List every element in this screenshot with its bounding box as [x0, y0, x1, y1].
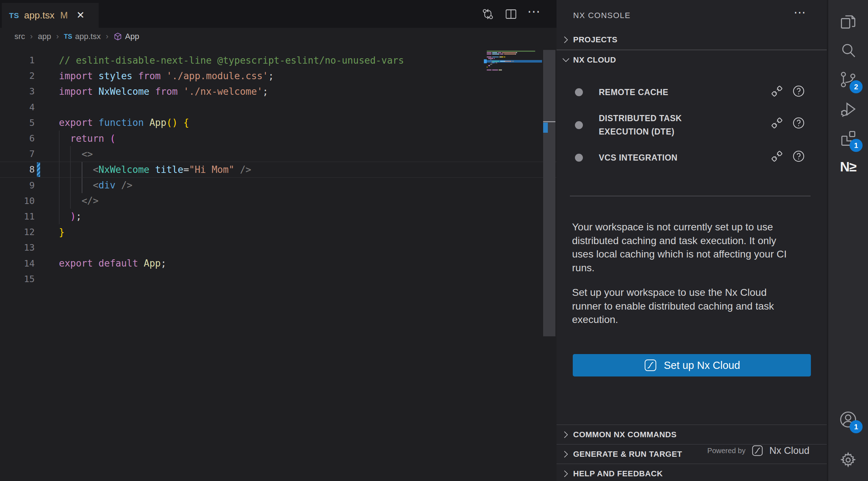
code-line-15[interactable]: 15: [0, 271, 557, 287]
help-question-icon[interactable]: [792, 150, 805, 163]
code-line-3[interactable]: 3import NxWelcome from './nx-welcome';: [0, 84, 557, 99]
minimap-line: [487, 56, 505, 58]
activity-bar: 21N≥1: [828, 0, 868, 481]
code-text: <NxWelcome title="Hi Mom" />: [59, 164, 251, 175]
code-text: export default App;: [59, 258, 166, 269]
feature-remote-cache: REMOTE CACHE: [599, 86, 669, 99]
minimap-modified-tick: [484, 59, 487, 63]
activity-source-control-icon[interactable]: 2: [837, 68, 860, 91]
connect-plug-icon[interactable]: [770, 85, 783, 98]
minimap-line: [487, 67, 487, 68]
editor-group: TS app.tsx M ✕ ⋯ src › app › TS app.tsx: [0, 0, 557, 481]
breadcrumb: src › app › TS app.tsx › App: [0, 28, 557, 45]
code-text: export function App() {: [59, 117, 189, 128]
overview-ruler-modified-mark: [543, 123, 548, 133]
accordion-common-nx-commands[interactable]: COMMON NX COMMANDS: [557, 425, 827, 444]
breadcrumb-separator: ›: [106, 32, 108, 41]
code-text: <>: [59, 149, 93, 159]
minimap[interactable]: [487, 50, 542, 289]
breadcrumb-app[interactable]: app: [38, 32, 51, 41]
code-editor[interactable]: 1// eslint-disable-next-line @typescript…: [0, 45, 557, 481]
code-line-9[interactable]: 9 <div />: [0, 178, 557, 193]
minimap-line: [487, 69, 502, 71]
activity-search-icon[interactable]: [837, 39, 860, 62]
line-number: 10: [0, 196, 35, 206]
connect-plug-icon[interactable]: [770, 116, 783, 129]
activity-explorer-icon[interactable]: [837, 9, 860, 33]
code-text: </>: [59, 195, 99, 206]
accordion-label: GENERATE & RUN TARGET: [573, 450, 682, 459]
minimap-line: [487, 65, 490, 66]
code-line-7[interactable]: 7 <>: [0, 146, 557, 162]
badge-count: 1: [850, 420, 863, 433]
code-line-6[interactable]: 6 return (: [0, 131, 557, 146]
panel-more-actions-icon[interactable]: ⋯: [794, 5, 807, 20]
code-line-11[interactable]: 11 );: [0, 209, 557, 224]
editor-more-actions-icon[interactable]: ⋯: [527, 12, 541, 17]
chevron-down-icon: [561, 55, 571, 65]
connect-plug-icon[interactable]: [770, 150, 783, 163]
split-editor-icon[interactable]: [504, 7, 518, 21]
line-number: 9: [0, 180, 35, 191]
nx-cloud-label: NX CLOUD: [573, 55, 616, 65]
code-text: return (: [59, 133, 116, 144]
code-line-8[interactable]: 8 <NxWelcome title="Hi Mom" />: [0, 162, 557, 177]
help-question-icon[interactable]: [792, 116, 805, 129]
breadcrumb-symbol[interactable]: App: [125, 32, 139, 41]
code-text: <div />: [59, 180, 133, 191]
divider: [570, 196, 811, 196]
code-line-13[interactable]: 13: [0, 240, 557, 255]
code-line-1[interactable]: 1// eslint-disable-next-line @typescript…: [0, 52, 557, 68]
projects-section-header[interactable]: PROJECTS: [557, 30, 827, 50]
code-line-10[interactable]: 10 </>: [0, 193, 557, 209]
breadcrumb-file[interactable]: app.tsx: [75, 32, 101, 41]
setup-nx-cloud-button[interactable]: Set up Nx Cloud: [573, 354, 811, 376]
nx-cloud-section-header[interactable]: NX CLOUD: [557, 50, 827, 70]
code-text: import styles from './app.module.css';: [59, 71, 274, 81]
workspace-status-text: Your workspace is not currently set up t…: [572, 220, 797, 274]
typescript-file-icon: TS: [64, 33, 72, 41]
chevron-right-icon: [561, 35, 571, 44]
open-changes-icon[interactable]: [481, 7, 495, 21]
accordion-generate-run-target[interactable]: GENERATE & RUN TARGET: [557, 444, 827, 464]
line-number: 15: [0, 274, 35, 284]
line-number: 6: [0, 133, 35, 144]
badge-count: 1: [850, 139, 863, 152]
activity-settings-icon[interactable]: [837, 448, 860, 472]
code-line-2[interactable]: 2import styles from './app.module.css';: [0, 68, 557, 84]
editor-scrollbar[interactable]: [543, 50, 555, 336]
line-number: 5: [0, 118, 35, 128]
setup-button-label: Set up Nx Cloud: [664, 359, 740, 371]
code-line-5[interactable]: 5export function App() {: [0, 115, 557, 131]
help-question-icon[interactable]: [792, 85, 805, 98]
code-line-4[interactable]: 4: [0, 99, 557, 115]
minimap-line: [487, 51, 535, 52]
minimap-line: [487, 54, 516, 55]
feature-dte: DISTRIBUTED TASK EXECUTION (DTE): [599, 112, 718, 139]
accordion-label: HELP AND FEEDBACK: [573, 469, 663, 478]
accordion-label: COMMON NX COMMANDS: [573, 430, 676, 439]
status-bullet: [575, 88, 583, 96]
minimap-line: [487, 61, 514, 62]
code-text: );: [59, 211, 82, 222]
modified-indicator: M: [60, 10, 68, 21]
accordion-help-and-feedback[interactable]: HELP AND FEEDBACK: [557, 464, 827, 481]
code-text: }: [59, 227, 65, 238]
activity-debug-icon[interactable]: [837, 98, 860, 121]
activity-account-icon[interactable]: 1: [837, 408, 860, 431]
setup-instruction-text: Set up your workspace to use the Nx Clou…: [572, 286, 797, 327]
code-line-14[interactable]: 14export default App;: [0, 255, 557, 271]
close-tab-icon[interactable]: ✕: [77, 10, 85, 20]
activity-nx-icon[interactable]: N≥: [837, 156, 860, 179]
code-line-12[interactable]: 12}: [0, 224, 557, 240]
symbol-class-icon: [113, 32, 122, 41]
chevron-right-icon: [561, 430, 571, 439]
line-number: 1: [0, 55, 35, 65]
activity-extensions-icon[interactable]: 1: [837, 127, 860, 150]
code-text: // eslint-disable-next-line @typescript-…: [59, 55, 404, 66]
tab-app-tsx[interactable]: TS app.tsx M ✕: [2, 3, 99, 28]
breadcrumb-src[interactable]: src: [14, 32, 25, 41]
vscode-window: TS app.tsx M ✕ ⋯ src › app › TS app.tsx: [0, 0, 868, 481]
code-text: import NxWelcome from './nx-welcome';: [59, 86, 268, 97]
editor-toolbar: ⋯: [481, 0, 541, 28]
